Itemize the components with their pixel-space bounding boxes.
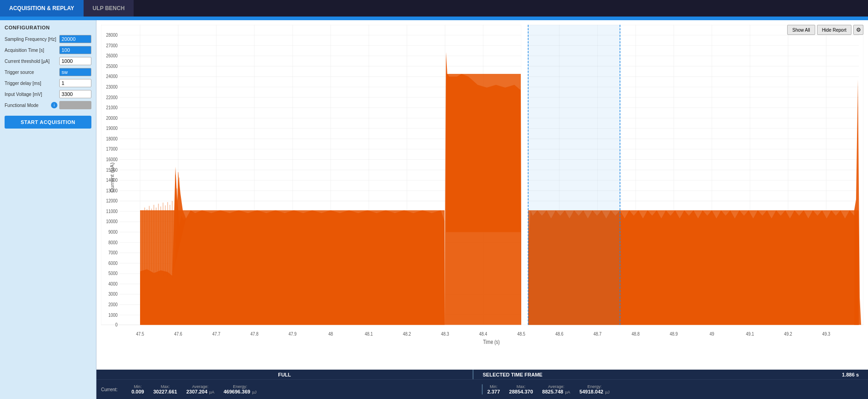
acq-time-select[interactable]: 100 bbox=[59, 46, 91, 54]
tab-acquisition-replay[interactable]: ACQUISITION & REPLAY bbox=[0, 0, 84, 17]
functional-mode-select[interactable] bbox=[59, 101, 91, 109]
svg-text:18000: 18000 bbox=[106, 136, 118, 141]
svg-text:48.2: 48.2 bbox=[403, 331, 411, 337]
trigger-src-select[interactable]: sw bbox=[59, 68, 91, 76]
svg-text:1000: 1000 bbox=[108, 312, 118, 318]
svg-rect-118 bbox=[140, 210, 445, 325]
svg-text:Time (s): Time (s) bbox=[483, 339, 500, 345]
trigger-delay-input[interactable] bbox=[59, 79, 91, 87]
svg-rect-126 bbox=[528, 25, 620, 325]
svg-text:10000: 10000 bbox=[106, 219, 118, 225]
curr-threshold-label: Current threshold [µA] bbox=[5, 59, 57, 64]
sampling-freq-label: Sampling Frequency [Hz] bbox=[5, 37, 57, 42]
stats-header: FULL SELECTED TIME FRAME 1.886 s bbox=[96, 370, 868, 380]
svg-text:20000: 20000 bbox=[106, 115, 118, 121]
svg-text:48.1: 48.1 bbox=[365, 331, 373, 337]
svg-text:8000: 8000 bbox=[108, 240, 118, 245]
trigger-delay-row: Trigger delay [ms] bbox=[5, 79, 91, 87]
sel-avg-value: 8825.748 bbox=[542, 389, 564, 394]
full-stats: Current: Min: 0.009 Max: 30227.661 bbox=[96, 384, 483, 394]
svg-text:24000: 24000 bbox=[106, 74, 118, 79]
svg-text:47.8: 47.8 bbox=[250, 331, 259, 337]
full-energy-unit: µJ bbox=[252, 390, 257, 394]
svg-text:49.1: 49.1 bbox=[746, 331, 754, 337]
trigger-src-label: Trigger source bbox=[5, 70, 57, 75]
svg-text:25000: 25000 bbox=[106, 63, 118, 69]
svg-text:49.3: 49.3 bbox=[822, 331, 830, 337]
sampling-freq-select[interactable]: 20000 bbox=[59, 35, 91, 43]
svg-text:48.6: 48.6 bbox=[555, 331, 564, 337]
selected-label: SELECTED TIME FRAME bbox=[483, 372, 542, 377]
curr-threshold-input[interactable] bbox=[59, 57, 91, 65]
sel-energy-value: 54918.042 bbox=[580, 389, 603, 394]
sel-max-value: 28854.370 bbox=[509, 389, 533, 394]
gear-icon: ⚙ bbox=[856, 27, 861, 33]
functional-mode-info-icon[interactable]: i bbox=[51, 102, 57, 108]
start-acquisition-button[interactable]: START ACQUISITION bbox=[5, 116, 91, 129]
svg-text:49: 49 bbox=[710, 331, 714, 337]
trigger-delay-label: Trigger delay [ms] bbox=[5, 81, 57, 86]
input-voltage-row: Input Voltage [mV] bbox=[5, 90, 91, 98]
acq-time-label: Acquisition Time [s] bbox=[5, 48, 57, 53]
show-all-button[interactable]: Show All bbox=[787, 25, 815, 35]
svg-text:48.9: 48.9 bbox=[670, 331, 678, 337]
config-title: CONFIGURATION bbox=[5, 25, 91, 30]
full-header: FULL bbox=[96, 370, 473, 379]
full-avg-value: 2307.204 bbox=[186, 389, 208, 394]
sel-avg-group: Average: 8825.748 µA bbox=[542, 384, 570, 394]
full-min-label: Min: bbox=[134, 384, 141, 389]
full-energy-value: 469696.369 bbox=[224, 389, 250, 394]
full-max-value: 30227.661 bbox=[153, 389, 177, 394]
svg-text:47.9: 47.9 bbox=[288, 331, 297, 337]
selected-header: SELECTED TIME FRAME 1.886 s bbox=[473, 370, 868, 379]
sel-min-value: 2.377 bbox=[487, 389, 500, 394]
svg-text:49.2: 49.2 bbox=[784, 331, 792, 337]
svg-text:28000: 28000 bbox=[106, 32, 118, 38]
svg-text:2000: 2000 bbox=[108, 302, 118, 307]
trigger-src-row: Trigger source sw bbox=[5, 68, 91, 76]
full-max-label: Max: bbox=[161, 384, 170, 389]
hide-report-button[interactable]: Hide Report bbox=[817, 25, 851, 35]
svg-text:47.5: 47.5 bbox=[136, 331, 144, 337]
svg-text:48.4: 48.4 bbox=[479, 331, 487, 337]
full-min-group: Min: 0.009 bbox=[131, 384, 144, 394]
input-voltage-label: Input Voltage [mV] bbox=[5, 92, 57, 97]
svg-text:7000: 7000 bbox=[108, 250, 118, 255]
sel-energy-label: Energy: bbox=[587, 384, 602, 389]
svg-text:48: 48 bbox=[328, 331, 333, 337]
sel-max-group: Max: 28854.370 bbox=[509, 384, 533, 394]
full-avg-unit: µA bbox=[209, 390, 214, 394]
full-max-group: Max: 30227.661 bbox=[153, 384, 177, 394]
full-avg-group: Average: 2307.204 µA bbox=[186, 384, 214, 394]
functional-mode-label: Functional Mode bbox=[5, 103, 49, 108]
svg-text:3000: 3000 bbox=[108, 292, 118, 297]
sel-avg-unit: µA bbox=[565, 390, 570, 394]
functional-mode-row: Functional Mode i bbox=[5, 101, 91, 109]
selected-duration: 1.886 s bbox=[842, 372, 859, 377]
svg-text:6000: 6000 bbox=[108, 260, 118, 266]
full-energy-label: Energy: bbox=[233, 384, 247, 389]
sel-max-label: Max: bbox=[517, 384, 526, 389]
separator-bar bbox=[0, 17, 868, 20]
selected-stats: Min: 2.377 Max: 28854.370 Average: bbox=[483, 384, 868, 394]
svg-text:16000: 16000 bbox=[106, 157, 118, 162]
chart-container: Show All Hide Report ⚙ bbox=[96, 20, 868, 370]
full-avg-label: Average: bbox=[192, 384, 209, 389]
svg-text:48.5: 48.5 bbox=[517, 331, 525, 337]
sel-energy-group: Energy: 54918.042 µJ bbox=[580, 384, 610, 394]
svg-text:22000: 22000 bbox=[106, 95, 118, 100]
svg-text:9000: 9000 bbox=[108, 229, 118, 235]
svg-text:26000: 26000 bbox=[106, 53, 118, 59]
svg-text:5000: 5000 bbox=[108, 271, 118, 276]
stats-bar: FULL SELECTED TIME FRAME 1.886 s Current… bbox=[96, 370, 868, 399]
full-min-value: 0.009 bbox=[131, 389, 144, 394]
svg-text:23000: 23000 bbox=[106, 84, 118, 90]
tab-ulp-bench[interactable]: ULP BENCH bbox=[84, 0, 134, 17]
input-voltage-input[interactable] bbox=[59, 90, 91, 98]
sidebar: CONFIGURATION Sampling Frequency [Hz] 20… bbox=[0, 20, 96, 399]
svg-rect-122 bbox=[521, 25, 528, 325]
stats-values: Current: Min: 0.009 Max: 30227.661 bbox=[96, 380, 868, 399]
svg-text:Current (µA): Current (µA) bbox=[110, 163, 115, 193]
gear-button[interactable]: ⚙ bbox=[853, 25, 863, 35]
svg-text:27000: 27000 bbox=[106, 43, 118, 48]
